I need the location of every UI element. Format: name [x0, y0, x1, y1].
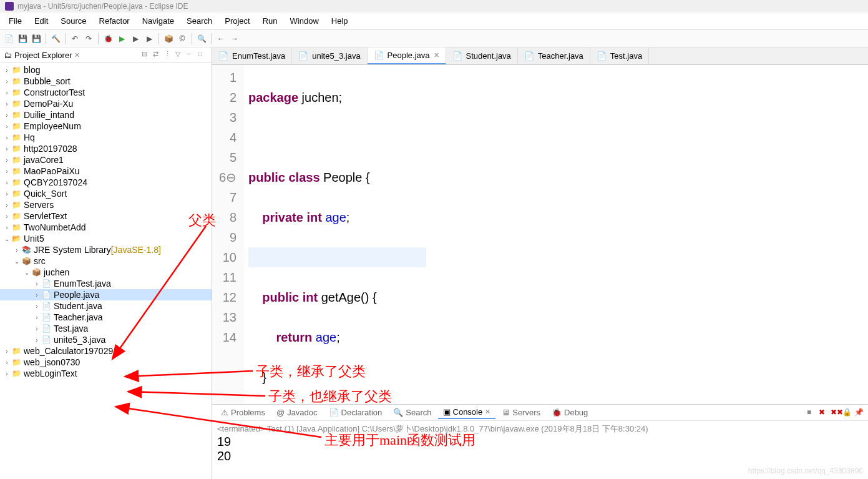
undo-icon[interactable]: ↶: [69, 32, 81, 45]
tab-servers[interactable]: 🖥Servers: [497, 407, 545, 418]
tree-item[interactable]: ›📁EmployeeNum: [0, 121, 212, 132]
tree-item[interactable]: ›📁Quick_Sort: [0, 188, 212, 199]
tree-item[interactable]: ⌄📂Unit5: [0, 233, 212, 244]
project-explorer: 🗂 Project Explorer ✕ ⊟ ⇄ ⋮ ▽ − □ ›📁blog›…: [0, 47, 212, 479]
view-menu-icon[interactable]: ▽: [175, 50, 185, 60]
debug-icon[interactable]: 🐞: [102, 32, 114, 45]
editor-area: 📄EnumTest.java📄unite5_3.java📄People.java…: [212, 47, 868, 479]
tree-item[interactable]: ›📁Bubble_sort: [0, 76, 212, 87]
menu-project[interactable]: Project: [218, 14, 256, 28]
tree-item[interactable]: ›📄Test.java: [0, 323, 212, 334]
code-text[interactable]: package juchen; public class People { pr…: [243, 65, 431, 404]
tree-item[interactable]: ›📁DemoPai-Xu: [0, 98, 212, 109]
tab-problems[interactable]: ⚠Problems: [216, 407, 270, 418]
tree-item[interactable]: ⌄📦src: [0, 255, 212, 267]
link-editor-icon[interactable]: ⇄: [153, 50, 163, 60]
menu-navigate[interactable]: Navigate: [136, 14, 180, 28]
terminated-line: <terminated> Test (1) [Java Application]…: [217, 423, 863, 435]
filter-icon[interactable]: ⋮: [164, 50, 174, 60]
tree-item[interactable]: ›📄Student.java: [0, 300, 212, 312]
tree-item[interactable]: ›📚JRE System Library [JavaSE-1.8]: [0, 244, 212, 255]
coverage-icon[interactable]: ▶: [129, 32, 142, 45]
tree-item[interactable]: ›📄unite5_3.java: [0, 334, 212, 345]
tree-item[interactable]: ›📁Duilie_intand: [0, 109, 212, 121]
new-class-icon[interactable]: ©: [176, 32, 188, 45]
menu-file[interactable]: File: [2, 14, 28, 28]
save-all-icon[interactable]: 💾: [30, 32, 42, 45]
menu-search[interactable]: Search: [180, 14, 218, 28]
remove-icon[interactable]: ✖: [819, 408, 829, 418]
tree-item[interactable]: ⌄📦juchen: [0, 267, 212, 278]
tree-item[interactable]: ›📄People.java: [0, 289, 212, 300]
line-gutter: 123456⊖7891011121314: [212, 65, 243, 404]
maximize-icon[interactable]: □: [198, 50, 208, 60]
close-icon[interactable]: ✕: [74, 51, 80, 59]
editor-tab[interactable]: 📄Teacher.java: [518, 47, 590, 64]
tree-item[interactable]: ›📁MaoPaoPaiXu: [0, 165, 212, 177]
editor-tab[interactable]: 📄EnumTest.java: [212, 47, 292, 64]
output-line-2: 20: [217, 449, 863, 463]
tree-item[interactable]: ›📁QCBY20197024: [0, 177, 212, 188]
tree-item[interactable]: ›📁http20197028: [0, 143, 212, 154]
remove-all-icon[interactable]: ✖✖: [831, 408, 841, 418]
tree-item[interactable]: ›📄EnumTest.java: [0, 278, 212, 289]
tree-item[interactable]: ›📁webLoginText: [0, 368, 212, 379]
terminate-icon[interactable]: ■: [807, 408, 817, 418]
tab-debug[interactable]: 🐞Debug: [547, 407, 593, 418]
build-icon[interactable]: 🔨: [49, 32, 62, 45]
tree-item[interactable]: ›📁blog: [0, 64, 212, 76]
tree-item[interactable]: ›📁ConstructorTest: [0, 87, 212, 98]
tree-item[interactable]: ›📁TwoNumbetAdd: [0, 222, 212, 233]
editor-tab[interactable]: 📄unite5_3.java: [292, 47, 367, 64]
tree-item[interactable]: ›📁Servers: [0, 199, 212, 210]
watermark: https://blog.csdn.net/qq_43303896: [748, 467, 863, 475]
minimize-icon[interactable]: −: [187, 50, 197, 60]
toolbar: 📄 💾 💾 🔨 ↶ ↷ 🐞 ▶ ▶ ▶ 📦 © 🔍 ← →: [0, 30, 868, 47]
tree-item[interactable]: ›📁javaCore1: [0, 154, 212, 165]
menu-edit[interactable]: Edit: [28, 14, 54, 28]
menu-run[interactable]: Run: [256, 14, 284, 28]
search-icon[interactable]: 🔍: [195, 32, 208, 45]
back-icon[interactable]: ←: [215, 32, 227, 45]
title-bar: myjava - Unit5/src/juchen/People.java - …: [0, 0, 868, 12]
menu-window[interactable]: Window: [284, 14, 325, 28]
save-icon[interactable]: 💾: [16, 32, 29, 45]
run-icon[interactable]: ▶: [115, 32, 128, 45]
explorer-icon: 🗂: [4, 51, 12, 60]
editor-tab[interactable]: 📄Test.java: [590, 47, 649, 64]
tree-item[interactable]: ›📄Teacher.java: [0, 312, 212, 323]
run-last-icon[interactable]: ▶: [143, 32, 155, 45]
forward-icon[interactable]: →: [228, 32, 241, 45]
collapse-all-icon[interactable]: ⊟: [142, 50, 152, 60]
pin-icon[interactable]: 📌: [854, 408, 864, 418]
window-title: myjava - Unit5/src/juchen/People.java - …: [17, 2, 188, 11]
tab-declaration[interactable]: 📄Declaration: [324, 407, 388, 418]
editor-tabs: 📄EnumTest.java📄unite5_3.java📄People.java…: [212, 47, 868, 65]
explorer-title: Project Explorer: [14, 51, 72, 60]
tree-item[interactable]: ›📁Hq: [0, 132, 212, 143]
editor-tab[interactable]: 📄People.java✕: [368, 47, 446, 64]
menu-source[interactable]: Source: [54, 14, 92, 28]
tree-item[interactable]: ›📁ServletText: [0, 210, 212, 222]
project-tree[interactable]: ›📁blog›📁Bubble_sort›📁ConstructorTest›📁De…: [0, 63, 212, 479]
tree-item[interactable]: ›📁web_json0730: [0, 357, 212, 368]
menubar: File Edit Source Refactor Navigate Searc…: [0, 12, 868, 30]
redo-icon[interactable]: ↷: [82, 32, 95, 45]
tab-javadoc[interactable]: @Javadoc: [271, 407, 323, 418]
code-editor[interactable]: 123456⊖7891011121314 package juchen; pub…: [212, 65, 868, 404]
new-icon[interactable]: 📄: [2, 32, 15, 45]
menu-help[interactable]: Help: [325, 14, 354, 28]
tree-item[interactable]: ›📁web_Calculator197029: [0, 345, 212, 357]
eclipse-icon: [5, 2, 14, 11]
new-package-icon[interactable]: 📦: [162, 32, 175, 45]
scroll-lock-icon[interactable]: 🔒: [842, 408, 852, 418]
output-line-1: 19: [217, 435, 863, 449]
tab-search[interactable]: 🔍Search: [388, 407, 436, 418]
bottom-tabs: ⚠Problems @Javadoc 📄Declaration 🔍Search …: [212, 405, 868, 421]
tab-console[interactable]: ▣Console ✕: [438, 406, 496, 419]
menu-refactor[interactable]: Refactor: [93, 14, 136, 28]
editor-tab[interactable]: 📄Student.java: [446, 47, 518, 64]
